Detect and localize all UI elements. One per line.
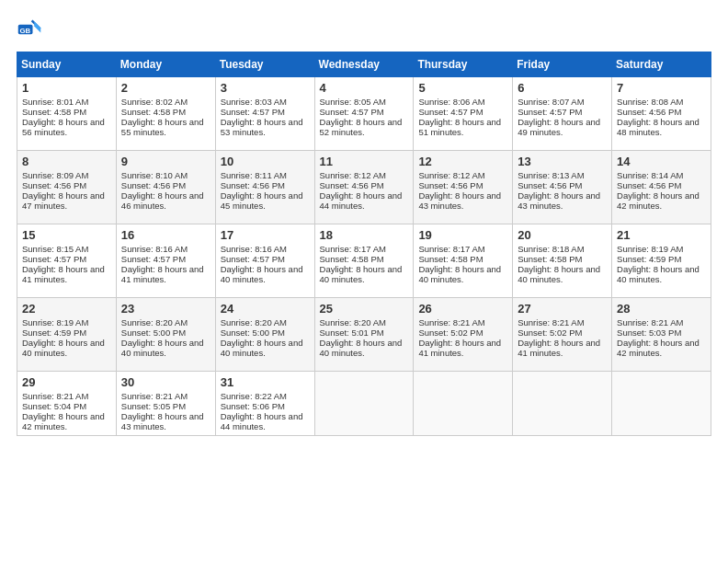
sunrise-text: Sunrise: 8:20 AM xyxy=(121,317,188,327)
calendar-cell: 14Sunrise: 8:14 AMSunset: 4:56 PMDayligh… xyxy=(612,151,711,224)
day-number: 13 xyxy=(518,155,608,168)
calendar-cell: 1Sunrise: 8:01 AMSunset: 4:58 PMDaylight… xyxy=(17,77,117,151)
daylight-text: Daylight: 8 hours and 44 minutes. xyxy=(221,411,303,431)
day-number: 20 xyxy=(518,228,608,242)
day-number: 5 xyxy=(418,81,508,95)
daylight-text: Daylight: 8 hours and 41 minutes. xyxy=(22,264,105,284)
sunset-text: Sunset: 5:02 PM xyxy=(418,327,483,338)
logo: GB xyxy=(17,17,46,42)
daylight-text: Daylight: 8 hours and 46 minutes. xyxy=(121,190,204,211)
sunset-text: Sunset: 4:56 PM xyxy=(418,180,483,190)
sunset-text: Sunset: 5:06 PM xyxy=(221,401,285,411)
daylight-text: Daylight: 8 hours and 49 minutes. xyxy=(518,117,600,137)
daylight-text: Daylight: 8 hours and 40 minutes. xyxy=(418,264,501,284)
day-number: 11 xyxy=(320,155,410,168)
sunrise-text: Sunrise: 8:01 AM xyxy=(22,97,88,107)
sunrise-text: Sunrise: 8:16 AM xyxy=(221,244,287,254)
calendar-cell: 13Sunrise: 8:13 AMSunset: 4:56 PMDayligh… xyxy=(513,151,612,224)
daylight-text: Daylight: 8 hours and 56 minutes. xyxy=(22,117,105,137)
day-header-saturday: Saturday xyxy=(612,52,711,77)
sunrise-text: Sunrise: 8:16 AM xyxy=(121,244,188,254)
sunset-text: Sunset: 4:57 PM xyxy=(320,107,384,117)
day-number: 4 xyxy=(320,81,410,95)
calendar-cell: 3Sunrise: 8:03 AMSunset: 4:57 PMDaylight… xyxy=(215,77,314,151)
svg-text:GB: GB xyxy=(20,27,31,35)
calendar-cell: 12Sunrise: 8:12 AMSunset: 4:56 PMDayligh… xyxy=(414,151,513,224)
page-container: GB SundayMondayTuesdayWednesdayThursdayF… xyxy=(0,0,728,445)
daylight-text: Daylight: 8 hours and 55 minutes. xyxy=(121,117,204,137)
day-number: 7 xyxy=(617,81,707,95)
calendar-cell: 8Sunrise: 8:09 AMSunset: 4:56 PMDaylight… xyxy=(17,151,117,224)
sunrise-text: Sunrise: 8:21 AM xyxy=(518,317,584,327)
sunrise-text: Sunrise: 8:17 AM xyxy=(320,244,386,254)
header: GB xyxy=(17,17,711,42)
daylight-text: Daylight: 8 hours and 43 minutes. xyxy=(121,411,204,431)
sunrise-text: Sunrise: 8:20 AM xyxy=(221,317,287,327)
daylight-text: Daylight: 8 hours and 48 minutes. xyxy=(617,117,700,137)
day-number: 16 xyxy=(121,228,211,242)
sunset-text: Sunset: 4:57 PM xyxy=(121,254,186,264)
calendar-cell: 11Sunrise: 8:12 AMSunset: 4:56 PMDayligh… xyxy=(314,151,414,224)
sunset-text: Sunset: 5:00 PM xyxy=(221,327,285,338)
day-number: 1 xyxy=(22,81,112,95)
calendar-cell xyxy=(612,372,711,436)
calendar-cell: 21Sunrise: 8:19 AMSunset: 4:59 PMDayligh… xyxy=(612,224,711,298)
sunrise-text: Sunrise: 8:07 AM xyxy=(518,97,584,107)
day-number: 29 xyxy=(22,375,112,389)
calendar-cell: 24Sunrise: 8:20 AMSunset: 5:00 PMDayligh… xyxy=(215,298,314,372)
calendar-cell: 27Sunrise: 8:21 AMSunset: 5:02 PMDayligh… xyxy=(513,298,612,372)
sunset-text: Sunset: 5:02 PM xyxy=(518,327,582,338)
calendar-cell xyxy=(513,372,612,436)
daylight-text: Daylight: 8 hours and 40 minutes. xyxy=(221,264,303,284)
sunset-text: Sunset: 4:58 PM xyxy=(518,254,582,264)
sunset-text: Sunset: 4:57 PM xyxy=(518,107,582,117)
day-number: 19 xyxy=(418,228,508,242)
daylight-text: Daylight: 8 hours and 41 minutes. xyxy=(121,264,204,284)
sunset-text: Sunset: 5:03 PM xyxy=(617,327,681,338)
sunrise-text: Sunrise: 8:21 AM xyxy=(418,317,484,327)
day-number: 12 xyxy=(418,155,508,168)
daylight-text: Daylight: 8 hours and 42 minutes. xyxy=(617,190,700,211)
sunset-text: Sunset: 4:58 PM xyxy=(320,254,384,264)
sunset-text: Sunset: 4:56 PM xyxy=(221,180,285,190)
calendar-table: SundayMondayTuesdayWednesdayThursdayFrid… xyxy=(17,52,711,436)
calendar-cell xyxy=(414,372,513,436)
sunrise-text: Sunrise: 8:10 AM xyxy=(121,170,188,180)
sunrise-text: Sunrise: 8:21 AM xyxy=(121,391,188,401)
day-header-wednesday: Wednesday xyxy=(314,52,414,77)
calendar-cell: 5Sunrise: 8:06 AMSunset: 4:57 PMDaylight… xyxy=(414,77,513,151)
daylight-text: Daylight: 8 hours and 53 minutes. xyxy=(221,117,303,137)
daylight-text: Daylight: 8 hours and 40 minutes. xyxy=(121,338,204,358)
daylight-text: Daylight: 8 hours and 40 minutes. xyxy=(518,264,600,284)
calendar-cell: 10Sunrise: 8:11 AMSunset: 4:56 PMDayligh… xyxy=(215,151,314,224)
sunset-text: Sunset: 5:04 PM xyxy=(22,401,86,411)
calendar-cell: 15Sunrise: 8:15 AMSunset: 4:57 PMDayligh… xyxy=(17,224,117,298)
sunset-text: Sunset: 5:05 PM xyxy=(121,401,186,411)
calendar-cell: 6Sunrise: 8:07 AMSunset: 4:57 PMDaylight… xyxy=(513,77,612,151)
daylight-text: Daylight: 8 hours and 41 minutes. xyxy=(418,338,501,358)
sunset-text: Sunset: 4:57 PM xyxy=(22,254,86,264)
sunrise-text: Sunrise: 8:18 AM xyxy=(518,244,584,254)
daylight-text: Daylight: 8 hours and 47 minutes. xyxy=(22,190,105,211)
calendar-cell: 30Sunrise: 8:21 AMSunset: 5:05 PMDayligh… xyxy=(116,372,215,436)
sunrise-text: Sunrise: 8:19 AM xyxy=(617,244,683,254)
sunset-text: Sunset: 4:56 PM xyxy=(617,107,681,117)
calendar-cell xyxy=(314,372,414,436)
day-number: 23 xyxy=(121,302,211,316)
day-number: 10 xyxy=(221,155,311,168)
day-number: 26 xyxy=(418,302,508,316)
daylight-text: Daylight: 8 hours and 43 minutes. xyxy=(518,190,600,211)
sunrise-text: Sunrise: 8:12 AM xyxy=(320,170,386,180)
daylight-text: Daylight: 8 hours and 51 minutes. xyxy=(418,117,501,137)
day-number: 14 xyxy=(617,155,707,168)
sunrise-text: Sunrise: 8:06 AM xyxy=(418,97,484,107)
sunrise-text: Sunrise: 8:21 AM xyxy=(617,317,683,327)
calendar-cell: 20Sunrise: 8:18 AMSunset: 4:58 PMDayligh… xyxy=(513,224,612,298)
day-number: 15 xyxy=(22,228,112,242)
day-number: 24 xyxy=(221,302,311,316)
calendar-cell: 26Sunrise: 8:21 AMSunset: 5:02 PMDayligh… xyxy=(414,298,513,372)
calendar-cell: 4Sunrise: 8:05 AMSunset: 4:57 PMDaylight… xyxy=(314,77,414,151)
sunset-text: Sunset: 5:00 PM xyxy=(121,327,186,338)
calendar-cell: 2Sunrise: 8:02 AMSunset: 4:58 PMDaylight… xyxy=(116,77,215,151)
sunset-text: Sunset: 4:59 PM xyxy=(22,327,86,338)
